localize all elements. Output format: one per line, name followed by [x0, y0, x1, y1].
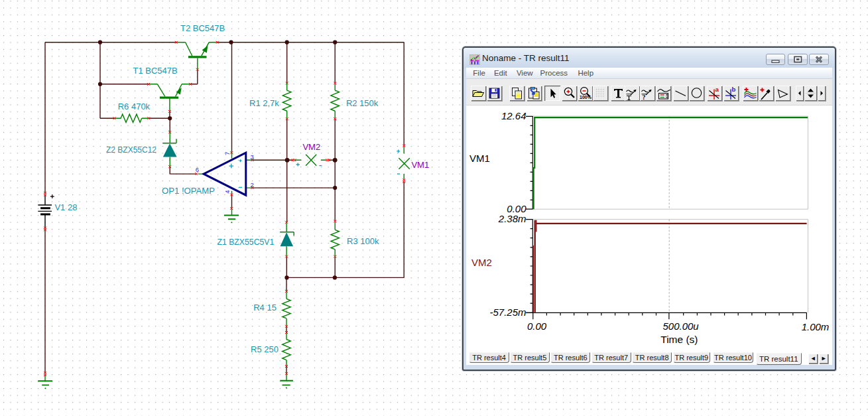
svg-text:T1 BC547B: T1 BC547B	[133, 66, 178, 76]
svg-text:6: 6	[196, 166, 199, 173]
svg-text:R1 2,7k: R1 2,7k	[249, 98, 279, 108]
svg-text:b: b	[731, 86, 735, 93]
svg-text:R5 250: R5 250	[251, 344, 279, 354]
svg-text:Z2 BZX55C12: Z2 BZX55C12	[106, 145, 156, 155]
svg-text:a: a	[715, 86, 719, 93]
svg-text:Z1 BZX55C5V1: Z1 BZX55C5V1	[217, 237, 274, 247]
svg-text:7: 7	[223, 152, 231, 155]
svg-text:4: 4	[223, 190, 231, 194]
svg-text:R2 150k: R2 150k	[346, 98, 379, 108]
svg-text:3: 3	[251, 153, 254, 161]
svg-text:R3 100k: R3 100k	[347, 236, 379, 246]
svg-text:R6 470k: R6 470k	[118, 102, 151, 111]
svg-text:?: ?	[643, 94, 646, 101]
svg-text:T2 BC547B: T2 BC547B	[180, 23, 225, 33]
svg-text:100%: 100%	[580, 95, 592, 100]
svg-text:V1 28: V1 28	[54, 202, 77, 212]
svg-text:VM1: VM1	[411, 160, 429, 170]
svg-text:2: 2	[251, 181, 254, 188]
svg-text:VM2: VM2	[302, 142, 320, 152]
svg-text:OP1 !OPAMP: OP1 !OPAMP	[162, 186, 215, 196]
svg-text:R4 15: R4 15	[253, 303, 277, 312]
